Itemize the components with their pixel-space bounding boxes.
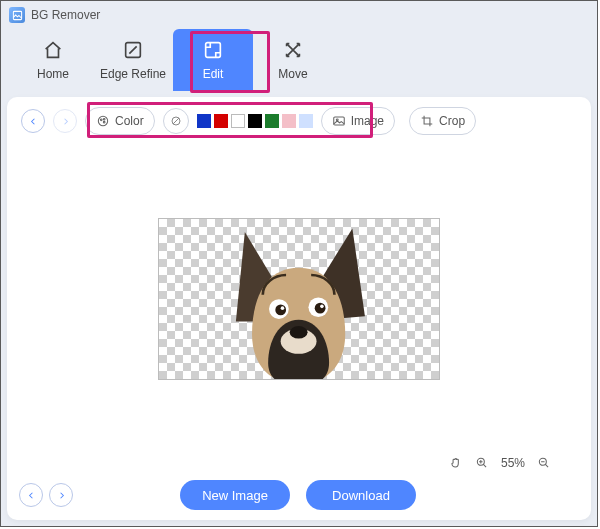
swatch-red[interactable] — [214, 114, 228, 128]
footer-bar: New Image Download — [7, 474, 591, 520]
canvas-area — [7, 145, 591, 452]
tab-label: Home — [37, 67, 69, 81]
color-tool-button[interactable]: Color — [85, 107, 155, 135]
next-image-button[interactable] — [49, 483, 73, 507]
zoom-out-button[interactable] — [537, 456, 551, 470]
download-button[interactable]: Download — [306, 480, 416, 510]
app-logo-icon — [9, 7, 25, 23]
zoom-value: 55% — [501, 456, 525, 470]
edit-toolbar: Color Image Crop — [7, 97, 591, 145]
tab-label: Edge Refine — [100, 67, 166, 81]
svg-point-5 — [103, 118, 105, 120]
crop-button[interactable]: Crop — [409, 107, 476, 135]
swatch-pink[interactable] — [282, 114, 296, 128]
swatch-blue[interactable] — [197, 114, 211, 128]
tab-label: Edit — [203, 67, 224, 81]
redo-button[interactable] — [53, 109, 77, 133]
tab-edge-refine[interactable]: Edge Refine — [93, 29, 173, 91]
svg-point-6 — [103, 121, 105, 123]
zoom-in-button[interactable] — [475, 456, 489, 470]
new-image-button[interactable]: New Image — [180, 480, 290, 510]
title-bar: BG Remover — [1, 1, 597, 29]
svg-point-4 — [100, 119, 102, 121]
main-tabs: Home Edge Refine Edit Move — [1, 29, 597, 97]
svg-point-16 — [315, 303, 326, 314]
svg-point-17 — [321, 305, 325, 309]
swatch-white[interactable] — [231, 114, 245, 128]
tab-move[interactable]: Move — [253, 29, 333, 91]
undo-button[interactable] — [21, 109, 45, 133]
zoom-bar: 55% — [7, 452, 591, 474]
color-label: Color — [115, 114, 144, 128]
swatch-green[interactable] — [265, 114, 279, 128]
svg-rect-8 — [333, 117, 344, 125]
editor-panel: Color Image Crop — [7, 97, 591, 520]
pan-hand-icon[interactable] — [449, 456, 463, 470]
crop-label: Crop — [439, 114, 465, 128]
app-window: BG Remover Home Edge Refine Edit Move — [0, 0, 598, 527]
tab-edit[interactable]: Edit — [173, 29, 253, 91]
subject-dog — [209, 223, 388, 379]
image-label: Image — [351, 114, 384, 128]
tab-label: Move — [278, 67, 307, 81]
artboard[interactable] — [158, 218, 440, 380]
footer-actions: New Image Download — [79, 480, 517, 510]
svg-point-3 — [98, 116, 107, 125]
svg-point-14 — [281, 307, 285, 311]
swatch-black[interactable] — [248, 114, 262, 128]
svg-point-13 — [276, 305, 287, 316]
clear-color-button[interactable] — [163, 108, 189, 134]
svg-rect-2 — [206, 43, 221, 58]
prev-image-button[interactable] — [19, 483, 43, 507]
color-swatches — [197, 114, 313, 128]
app-title: BG Remover — [31, 8, 100, 22]
tab-home[interactable]: Home — [13, 29, 93, 91]
swatch-more[interactable] — [299, 114, 313, 128]
background-image-button[interactable]: Image — [321, 107, 395, 135]
svg-point-11 — [290, 326, 308, 339]
